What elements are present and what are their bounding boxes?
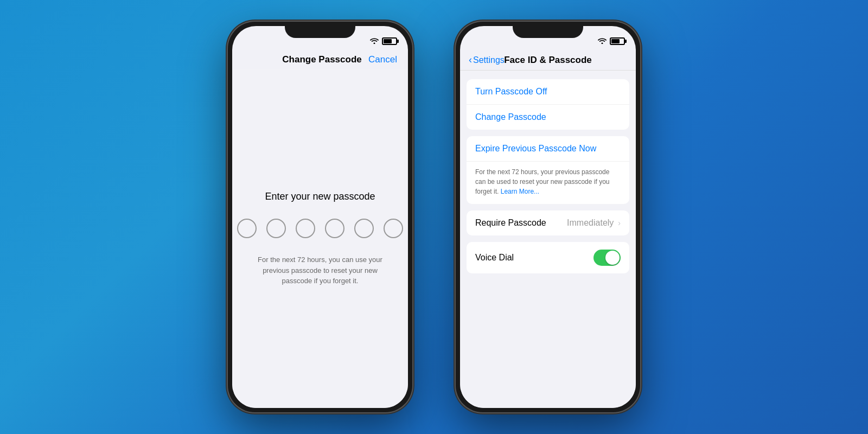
battery-fill-right — [611, 39, 620, 43]
phone-left: Change Passcode Cancel Enter your new pa… — [228, 22, 412, 412]
expire-description: For the next 72 hours, your previous pas… — [467, 162, 629, 204]
voice-dial-toggle[interactable] — [593, 250, 621, 266]
learn-more-link[interactable]: Learn More... — [501, 188, 539, 195]
voice-dial-label: Voice Dial — [475, 253, 514, 263]
passcode-dots — [237, 219, 403, 238]
passcode-group: Turn Passcode Off Change Passcode — [467, 79, 629, 130]
passcode-dot-2 — [266, 219, 286, 238]
wifi-icon-left — [370, 37, 379, 46]
settings-body: Turn Passcode Off Change Passcode Expire… — [460, 71, 636, 408]
change-passcode-title: Change Passcode — [282, 54, 361, 65]
settings-back-button[interactable]: ‹ Settings — [469, 54, 505, 66]
require-passcode-value: Immediately › — [567, 218, 621, 228]
turn-passcode-off-label: Turn Passcode Off — [475, 87, 547, 97]
battery-icon-right — [610, 37, 625, 45]
require-passcode-label: Require Passcode — [475, 218, 546, 228]
change-passcode-label: Change Passcode — [475, 112, 546, 122]
passcode-dot-5 — [354, 219, 374, 238]
passcode-hint: For the next 72 hours, you can use your … — [255, 254, 385, 286]
battery-icon-left — [382, 37, 397, 45]
wifi-icon-right — [598, 37, 607, 46]
settings-page-title: Face ID & Passcode — [504, 55, 592, 66]
status-icons-left — [370, 37, 397, 46]
passcode-prompt: Enter your new passcode — [265, 191, 375, 202]
toggle-thumb — [605, 251, 620, 265]
turn-passcode-off-row[interactable]: Turn Passcode Off — [467, 79, 629, 105]
voice-dial-group: Voice Dial — [467, 242, 629, 273]
status-icons-right — [598, 37, 625, 46]
phone-right: ‹ Settings Face ID & Passcode Turn Passc… — [456, 22, 640, 412]
require-passcode-row[interactable]: Require Passcode Immediately › — [467, 210, 629, 235]
passcode-dot-3 — [296, 219, 315, 238]
require-group: Require Passcode Immediately › — [467, 210, 629, 235]
cancel-button[interactable]: Cancel — [368, 54, 397, 65]
passcode-dot-6 — [384, 219, 403, 238]
settings-header: ‹ Settings Face ID & Passcode — [460, 50, 636, 71]
nav-bar: Change Passcode Cancel — [232, 50, 408, 69]
battery-fill-left — [384, 39, 392, 43]
passcode-dot-4 — [325, 219, 344, 238]
back-label: Settings — [473, 55, 505, 65]
passcode-content: Enter your new passcode For the next 72 … — [232, 69, 408, 408]
require-chevron-icon: › — [618, 219, 621, 227]
expire-row[interactable]: Expire Previous Passcode Now — [467, 136, 629, 162]
voice-dial-row[interactable]: Voice Dial — [467, 242, 629, 273]
back-chevron-icon: ‹ — [469, 54, 472, 66]
passcode-screen: Change Passcode Cancel Enter your new pa… — [232, 50, 408, 408]
expire-group: Expire Previous Passcode Now For the nex… — [467, 136, 629, 204]
expire-passcode-label: Expire Previous Passcode Now — [475, 144, 596, 153]
passcode-dot-1 — [237, 219, 257, 238]
notch-left — [285, 22, 355, 38]
screen-left: Change Passcode Cancel Enter your new pa… — [232, 26, 408, 408]
change-passcode-row[interactable]: Change Passcode — [467, 105, 629, 130]
notch-right — [513, 22, 583, 38]
screen-right: ‹ Settings Face ID & Passcode Turn Passc… — [460, 26, 636, 408]
settings-screen: ‹ Settings Face ID & Passcode Turn Passc… — [460, 50, 636, 408]
